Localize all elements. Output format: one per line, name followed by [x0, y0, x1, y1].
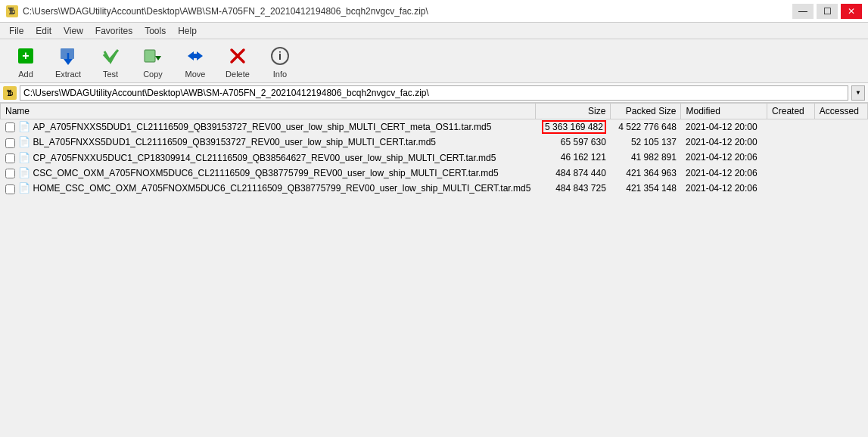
col-header-accessed[interactable]: Accessed — [814, 104, 867, 119]
menu-file[interactable]: File — [3, 24, 30, 38]
svg-marker-6 — [155, 56, 161, 60]
file-size-cell: 46 162 121 — [535, 150, 610, 165]
extract-label: Extract — [55, 70, 81, 79]
address-input[interactable] — [20, 85, 848, 101]
file-table: Name Size Packed Size Modified Created A… — [0, 103, 868, 197]
main-content: Name Size Packed Size Modified Created A… — [0, 103, 868, 437]
copy-label: Copy — [143, 70, 163, 79]
table-row[interactable]: 📄HOME_CSC_OMC_OXM_A705FNOXM5DUC6_CL21116… — [1, 181, 868, 196]
file-name-cell: 📄BL_A705FNXXS5DUD1_CL21116509_QB39153727… — [1, 135, 536, 150]
close-button[interactable]: ✕ — [841, 4, 862, 19]
file-created-cell — [767, 165, 815, 180]
address-bar: 🗜 ▼ — [0, 83, 868, 103]
file-name-text: HOME_CSC_OMC_OXM_A705FNOXM5DUC6_CL211165… — [33, 183, 531, 194]
file-size-cell: 484 874 440 — [535, 165, 610, 180]
extract-icon — [56, 44, 80, 68]
info-button[interactable]: i Info — [260, 42, 300, 80]
address-dropdown[interactable]: ▼ — [851, 85, 865, 101]
test-icon — [98, 44, 123, 68]
file-modified-cell: 2021-04-12 20:06 — [681, 150, 767, 165]
col-header-created[interactable]: Created — [767, 104, 815, 119]
file-modified-cell: 2021-04-12 20:06 — [681, 165, 767, 180]
col-header-name[interactable]: Name — [1, 104, 536, 119]
file-name-cell: 📄CSC_OMC_OXM_A705FNOXM5DUC6_CL21116509_Q… — [1, 165, 536, 180]
add-label: Add — [18, 70, 33, 79]
test-label: Test — [103, 70, 118, 79]
add-button[interactable]: + Add — [6, 42, 45, 80]
menu-favorites[interactable]: Favorites — [89, 24, 138, 38]
file-size-cell: 5 363 169 482 — [535, 119, 610, 135]
file-name-text: CP_A705FNXXU5DUC1_CP18309914_CL21116509_… — [33, 153, 496, 163]
menu-view[interactable]: View — [58, 24, 89, 38]
file-checkbox[interactable] — [5, 122, 15, 132]
app-icon: 🗜 — [6, 5, 18, 17]
col-header-packed[interactable]: Packed Size — [611, 104, 681, 119]
file-name-text: CSC_OMC_OXM_A705FNOXM5DUC6_CL21116509_QB… — [33, 168, 499, 178]
table-row[interactable]: 📄CP_A705FNXXU5DUC1_CP18309914_CL21116509… — [1, 150, 868, 165]
file-icon: 📄 — [18, 167, 30, 178]
file-checkbox[interactable] — [5, 153, 15, 163]
file-icon: 📄 — [18, 136, 30, 147]
file-accessed-cell — [814, 119, 867, 135]
file-modified-cell: 2021-04-12 20:06 — [681, 181, 767, 196]
file-packed-cell: 41 982 891 — [611, 150, 681, 165]
file-modified-cell: 2021-04-12 20:00 — [681, 119, 767, 135]
file-created-cell — [767, 181, 815, 196]
menu-tools[interactable]: Tools — [138, 24, 172, 38]
file-packed-cell: 421 354 148 — [611, 181, 681, 196]
table-row[interactable]: 📄AP_A705FNXXS5DUD1_CL21116509_QB39153727… — [1, 119, 868, 135]
col-header-modified[interactable]: Modified — [681, 104, 767, 119]
file-checkbox[interactable] — [5, 184, 15, 194]
file-icon: 📄 — [18, 152, 30, 163]
file-name-cell: 📄HOME_CSC_OMC_OXM_A705FNOXM5DUC6_CL21116… — [1, 181, 536, 196]
file-size-cell: 484 843 725 — [535, 181, 610, 196]
file-modified-cell: 2021-04-12 20:00 — [681, 135, 767, 150]
file-icon: 📄 — [18, 121, 30, 132]
title-bar: 🗜 C:\Users\WDAGUtilityAccount\Desktop\AW… — [0, 0, 868, 23]
window-title: C:\Users\WDAGUtilityAccount\Desktop\AWB\… — [23, 6, 428, 17]
file-name-cell: 📄CP_A705FNXXU5DUC1_CP18309914_CL21116509… — [1, 150, 536, 165]
maximize-button[interactable]: ☐ — [817, 4, 838, 19]
delete-icon — [226, 44, 250, 68]
file-accessed-cell — [814, 165, 867, 180]
copy-button[interactable]: Copy — [133, 42, 173, 80]
extract-button[interactable]: Extract — [48, 42, 88, 80]
menu-bar: File Edit View Favorites Tools Help — [0, 23, 868, 39]
svg-rect-5 — [145, 50, 155, 62]
file-accessed-cell — [814, 135, 867, 150]
file-created-cell — [767, 119, 815, 135]
svg-marker-3 — [64, 59, 73, 65]
menu-edit[interactable]: Edit — [30, 24, 58, 38]
table-row[interactable]: 📄CSC_OMC_OXM_A705FNOXM5DUC6_CL21116509_Q… — [1, 165, 868, 180]
file-size-highlighted: 5 363 169 482 — [542, 120, 606, 134]
delete-button[interactable]: Delete — [218, 42, 257, 80]
copy-icon — [141, 44, 165, 68]
menu-help[interactable]: Help — [172, 24, 203, 38]
address-icon: 🗜 — [3, 86, 17, 100]
toolbar: + Add Extract Test — [0, 39, 868, 83]
file-created-cell — [767, 150, 815, 165]
file-packed-cell: 4 522 776 648 — [611, 119, 681, 135]
move-button[interactable]: Move — [176, 42, 215, 80]
table-row[interactable]: 📄BL_A705FNXXS5DUD1_CL21116509_QB39153727… — [1, 135, 868, 150]
file-checkbox[interactable] — [5, 169, 15, 178]
file-name-text: AP_A705FNXXS5DUD1_CL21116509_QB39153727_… — [33, 122, 492, 132]
file-checkbox[interactable] — [5, 138, 15, 148]
file-accessed-cell — [814, 181, 867, 196]
col-header-size[interactable]: Size — [535, 104, 610, 119]
file-packed-cell: 52 105 137 — [611, 135, 681, 150]
add-icon: + — [14, 44, 38, 68]
minimize-button[interactable]: — — [792, 4, 814, 19]
file-created-cell — [767, 135, 815, 150]
file-name-text: BL_A705FNXXS5DUD1_CL21116509_QB39153727_… — [33, 137, 437, 147]
file-name-cell: 📄AP_A705FNXXS5DUD1_CL21116509_QB39153727… — [1, 119, 536, 135]
title-bar-controls: — ☐ ✕ — [792, 4, 862, 19]
file-list-scroll[interactable]: Name Size Packed Size Modified Created A… — [0, 103, 868, 419]
svg-text:+: + — [22, 49, 29, 62]
test-button[interactable]: Test — [91, 42, 130, 80]
file-size-cell: 65 597 630 — [535, 135, 610, 150]
info-label: Info — [273, 70, 287, 79]
file-packed-cell: 421 364 963 — [611, 165, 681, 180]
info-icon: i — [268, 44, 292, 68]
title-bar-left: 🗜 C:\Users\WDAGUtilityAccount\Desktop\AW… — [6, 5, 428, 17]
